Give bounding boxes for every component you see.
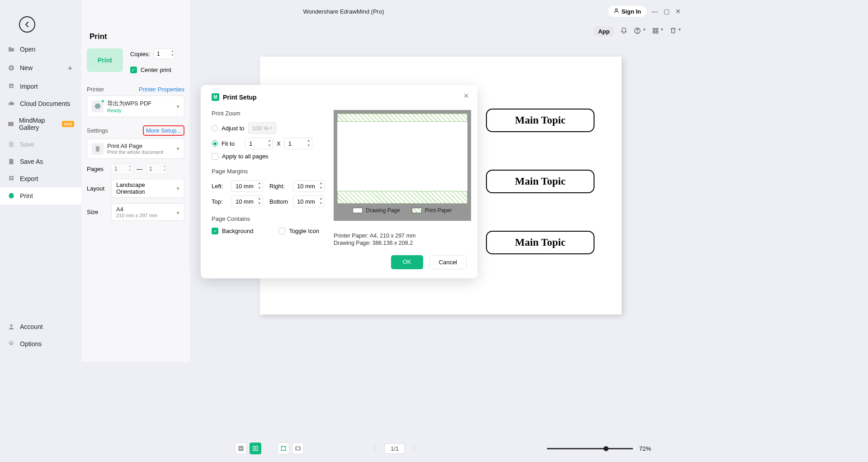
fit-to-label: Fit to: [222, 140, 241, 147]
dialog-title: Print Setup: [223, 94, 257, 101]
sidebar: Open New ＋ Import Cloud Documents MindMa…: [0, 41, 81, 205]
import-icon: [7, 82, 15, 90]
svg-point-0: [615, 9, 617, 10]
svg-rect-3: [653, 29, 655, 30]
minimize-button[interactable]: —: [651, 8, 658, 15]
sidebar-item-import[interactable]: Import: [0, 78, 81, 95]
hot-badge: Hot: [62, 121, 74, 127]
print-all-sub: Print the whole document: [107, 149, 163, 155]
contains-heading: Page Contains: [212, 215, 325, 222]
sidebar-item-label: Account: [20, 323, 43, 330]
prev-page-button[interactable]: 〈: [371, 444, 377, 452]
next-page-button[interactable]: 〉: [413, 444, 419, 452]
print-scope-select[interactable]: Print All Page Print the whole document …: [87, 138, 184, 159]
cancel-button[interactable]: Cancel: [429, 255, 467, 269]
margin-bottom-label: Bottom: [269, 198, 289, 205]
page-icon: [92, 143, 104, 155]
svg-point-2: [637, 32, 638, 33]
printer-status: Ready: [107, 108, 151, 113]
size-value: A4: [116, 206, 179, 213]
copies-input[interactable]: 1 ▲▼: [154, 48, 175, 59]
svg-rect-14: [256, 446, 258, 450]
center-print-label: Center print: [141, 67, 171, 73]
margin-left-label: Left:: [212, 183, 228, 190]
maximize-button[interactable]: ▢: [663, 8, 670, 15]
sidebar-item-account[interactable]: Account: [0, 318, 81, 335]
printer-properties-link[interactable]: Printer Properties: [139, 86, 184, 93]
sidebar-item-options[interactable]: Options: [0, 335, 81, 352]
margin-top-input[interactable]: 10 mm▲▼: [231, 195, 263, 207]
cloud-icon: [7, 100, 15, 108]
help-icon[interactable]: ▾: [634, 27, 645, 36]
sign-in-button[interactable]: Sign In: [608, 6, 646, 17]
apply-all-label: Apply to all pages: [222, 153, 269, 160]
pages-from-input[interactable]: 1▲▼: [111, 163, 133, 174]
fit-page-button[interactable]: [278, 443, 289, 454]
size-label: Size: [87, 209, 108, 215]
close-button[interactable]: ✕: [675, 8, 682, 15]
background-checkbox[interactable]: ✓: [212, 228, 218, 234]
margin-top-label: Top:: [212, 198, 228, 205]
sidebar-item-gallery[interactable]: MindMap Gallery Hot: [0, 112, 81, 136]
app-pill[interactable]: App: [594, 26, 614, 37]
toggle-icon-checkbox[interactable]: [278, 228, 285, 234]
dialog-close-button[interactable]: ✕: [463, 92, 469, 100]
back-button[interactable]: [19, 16, 35, 33]
print-setup-dialog: M Print Setup ✕ Print Zoom Adjust to 100…: [201, 85, 477, 278]
svg-rect-8: [8, 122, 14, 126]
copies-label: Copies:: [130, 51, 150, 57]
sidebar-item-new[interactable]: New ＋: [0, 58, 81, 78]
topic-box: Main Topic: [486, 170, 594, 193]
zoom-slider[interactable]: [547, 448, 633, 449]
sidebar-item-cloud[interactable]: Cloud Documents: [0, 95, 81, 112]
saveas-icon: [7, 157, 15, 166]
top-tools: App ▾ ▾ ▾: [594, 26, 681, 37]
sidebar-item-label: Cloud Documents: [20, 100, 70, 107]
toggle-icon-label: Toggle Icon: [289, 228, 319, 234]
sidebar-item-open[interactable]: Open: [0, 41, 81, 58]
margin-right-input[interactable]: 10 mm▲▼: [293, 180, 325, 192]
view-multi-button[interactable]: [250, 443, 261, 454]
print-button[interactable]: Print: [87, 48, 123, 72]
topic-box: Main Topic: [486, 231, 594, 254]
sidebar-item-label: Options: [20, 340, 42, 348]
sidebar-item-label: Open: [20, 46, 35, 53]
adjust-to-label: Adjust to: [222, 125, 245, 132]
size-sub: 210 mm x 297 mm: [116, 213, 179, 218]
printer-select[interactable]: 导出为WPS PDF Ready ▾: [87, 95, 184, 117]
printer-name: 导出为WPS PDF: [107, 100, 151, 108]
bell-icon[interactable]: [620, 27, 627, 36]
sidebar-item-label: Print: [20, 192, 33, 200]
page-indicator: 1/1: [385, 443, 405, 454]
margin-bottom-input[interactable]: 10 mm▲▼: [293, 195, 325, 207]
grid-icon[interactable]: ▾: [652, 27, 663, 36]
sidebar-item-save[interactable]: Save: [0, 136, 81, 153]
add-icon[interactable]: ＋: [66, 62, 74, 73]
bottom-bar: 〈 1/1 〉 72%: [235, 441, 651, 456]
app-logo-icon: M: [212, 93, 219, 101]
ok-button[interactable]: OK: [391, 255, 423, 269]
apply-all-checkbox[interactable]: [212, 153, 218, 160]
fit-height-input[interactable]: 1▲▼: [284, 138, 312, 149]
adjust-to-radio[interactable]: [212, 125, 218, 131]
zoom-value: 72%: [639, 445, 651, 452]
view-single-button[interactable]: [235, 443, 247, 454]
background-label: Background: [222, 228, 253, 234]
fit-width-input[interactable]: 1▲▼: [245, 138, 273, 149]
dash: —: [137, 166, 142, 172]
sidebar-item-export[interactable]: Export: [0, 170, 81, 187]
shirt-icon[interactable]: ▾: [670, 27, 681, 36]
sidebar-item-saveas[interactable]: Save As: [0, 153, 81, 170]
legend-drawing: Drawing Page: [366, 207, 400, 214]
center-print-checkbox[interactable]: ✓: [130, 67, 137, 73]
fit-width-button[interactable]: [292, 443, 304, 454]
sidebar-item-print[interactable]: Print: [0, 187, 81, 205]
copies-value: 1: [157, 51, 160, 57]
margin-left-input[interactable]: 10 mm▲▼: [231, 180, 263, 192]
fit-to-radio[interactable]: [212, 140, 218, 147]
more-setup-link[interactable]: More Setup...: [143, 125, 184, 136]
size-select[interactable]: A4 210 mm x 297 mm ▾: [111, 203, 184, 221]
layout-select[interactable]: Landscape Orientation ▾: [111, 179, 184, 198]
adjust-to-input[interactable]: 100 %▾: [248, 122, 276, 134]
pages-to-input[interactable]: 1▲▼: [146, 163, 168, 174]
